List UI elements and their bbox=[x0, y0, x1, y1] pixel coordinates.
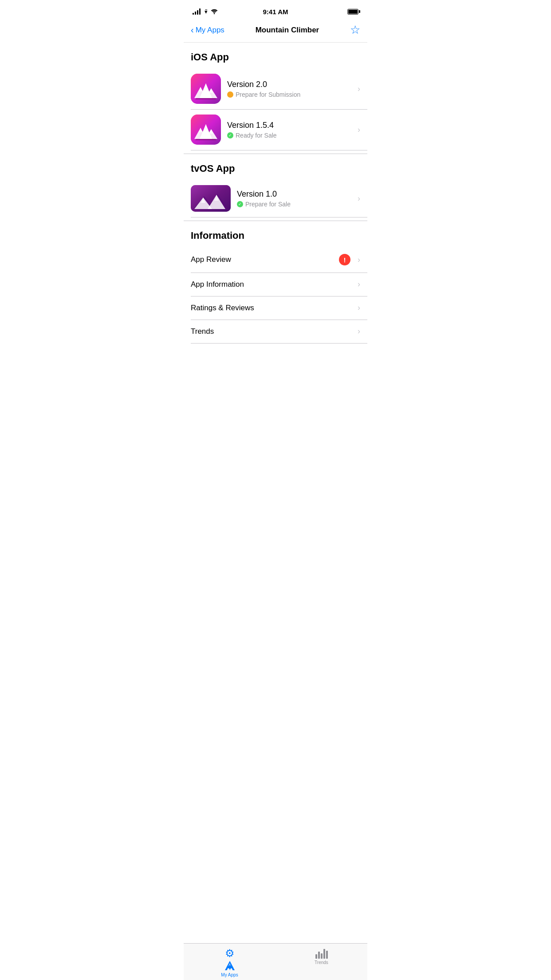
app-icon-tvos-v1 bbox=[191, 185, 231, 212]
chevron-right-icon: › bbox=[358, 280, 360, 289]
green-check-icon: ✓ bbox=[237, 201, 243, 207]
signal-strength-icon bbox=[193, 8, 201, 15]
tvos-v1-info: Version 1.0 ✓ Prepare for Sale bbox=[237, 190, 354, 208]
back-chevron-icon: ‹ bbox=[191, 25, 194, 34]
information-section-header: Information bbox=[184, 221, 367, 247]
ios-v2-info: Version 2.0 Prepare for Submission bbox=[227, 80, 354, 98]
svg-point-0 bbox=[214, 13, 215, 14]
tvos-v1-status: ✓ Prepare for Sale bbox=[237, 201, 354, 208]
ios-v154-version: Version 1.5.4 bbox=[227, 121, 354, 130]
chevron-right-icon: › bbox=[358, 303, 360, 312]
ratings-reviews-right: › bbox=[354, 303, 360, 312]
page-title: Mountain Climber bbox=[256, 26, 319, 35]
ios-v154-info: Version 1.5.4 ✓ Ready for Sale bbox=[227, 121, 354, 139]
app-review-right: ! › bbox=[339, 254, 360, 265]
tvos-version-1-row[interactable]: Version 1.0 ✓ Prepare for Sale › bbox=[184, 180, 367, 217]
content-area: iOS App bbox=[184, 43, 367, 380]
chevron-right-icon: › bbox=[358, 194, 360, 203]
ios-v2-version: Version 2.0 bbox=[227, 80, 354, 89]
wifi-icon: ▾̃ bbox=[205, 8, 208, 15]
trends-label: Trends bbox=[191, 327, 214, 336]
ios-version-1-5-4-row[interactable]: Version 1.5.4 ✓ Ready for Sale › bbox=[184, 109, 367, 150]
app-information-right: › bbox=[354, 280, 360, 289]
app-review-label: App Review bbox=[191, 255, 231, 264]
ios-v2-status: Prepare for Submission bbox=[227, 91, 354, 98]
trends-row[interactable]: Trends › bbox=[184, 320, 367, 343]
yellow-status-icon bbox=[227, 91, 233, 98]
ios-version-2-row[interactable]: Version 2.0 Prepare for Submission › bbox=[184, 68, 367, 109]
app-information-label: App Information bbox=[191, 280, 244, 289]
favorite-button[interactable]: ☆ bbox=[350, 23, 360, 37]
status-time: 9:41 AM bbox=[263, 8, 288, 16]
status-bar: ▾̃ 9:41 AM bbox=[184, 0, 367, 20]
tvos-section-header: tvOS App bbox=[184, 154, 367, 180]
tvos-v1-status-text: Prepare for Sale bbox=[245, 201, 291, 208]
app-icon-ios-v154 bbox=[191, 115, 221, 145]
back-button[interactable]: ‹ My Apps bbox=[191, 26, 224, 35]
chevron-right-icon: › bbox=[358, 84, 360, 94]
chevron-right-icon: › bbox=[358, 255, 360, 265]
signal-area: ▾̃ bbox=[193, 8, 218, 15]
ios-v2-status-text: Prepare for Submission bbox=[236, 91, 300, 98]
tvos-v1-version: Version 1.0 bbox=[237, 190, 354, 199]
ios-v154-status-text: Ready for Sale bbox=[236, 132, 277, 139]
ios-section-header: iOS App bbox=[184, 43, 367, 68]
app-icon-ios-v2 bbox=[191, 74, 221, 104]
chevron-right-icon: › bbox=[358, 125, 360, 134]
app-information-row[interactable]: App Information › bbox=[184, 273, 367, 296]
chevron-right-icon: › bbox=[358, 327, 360, 336]
battery-icon bbox=[347, 9, 358, 15]
app-review-row[interactable]: App Review ! › bbox=[184, 247, 367, 273]
wifi-icon bbox=[211, 9, 218, 14]
back-label: My Apps bbox=[196, 26, 224, 35]
error-badge: ! bbox=[339, 254, 350, 265]
trends-right: › bbox=[354, 327, 360, 336]
green-check-icon: ✓ bbox=[227, 132, 233, 138]
ios-v154-status: ✓ Ready for Sale bbox=[227, 132, 354, 139]
navigation-header: ‹ My Apps Mountain Climber ☆ bbox=[184, 20, 367, 43]
ratings-reviews-label: Ratings & Reviews bbox=[191, 304, 254, 312]
ratings-reviews-row[interactable]: Ratings & Reviews › bbox=[184, 296, 367, 320]
